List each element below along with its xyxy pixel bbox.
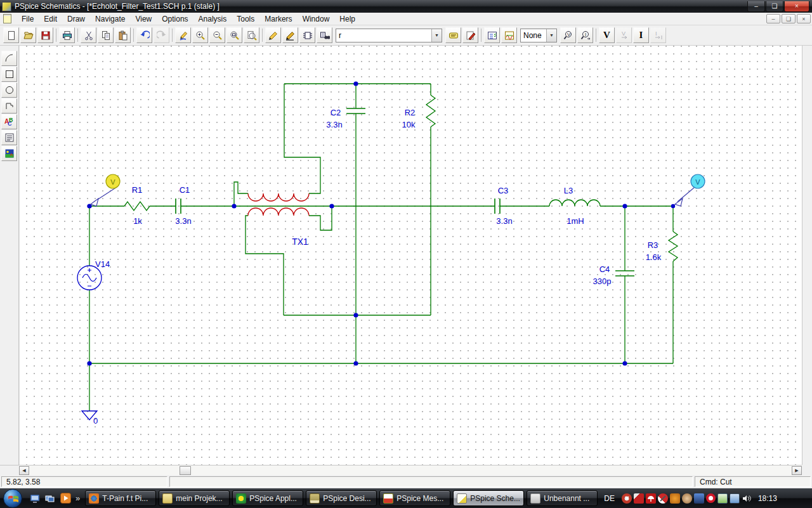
menu-window[interactable]: Window — [298, 13, 335, 25]
network-icon[interactable] — [730, 493, 740, 504]
component-R3[interactable]: R3 1.6k — [646, 231, 678, 262]
component-C1[interactable]: C1 3.3n — [175, 185, 191, 226]
schematic[interactable]: R1 1k C1 3.3n C2 3.3n R2 10k — [20, 46, 802, 465]
enable-bias-current-button[interactable]: I — [633, 27, 649, 43]
taskbar-button-pspice-message[interactable]: PSpice Mes... — [379, 490, 450, 506]
menu-help[interactable]: Help — [334, 13, 360, 25]
menu-view[interactable]: View — [130, 13, 157, 25]
security-shield-icon[interactable]: ✕ — [622, 493, 632, 504]
document-icon[interactable] — [3, 14, 11, 23]
scrollbar-thumb[interactable] — [180, 466, 191, 475]
component-C4[interactable]: C4 330p — [593, 264, 634, 286]
get-recent-part-button[interactable] — [445, 27, 461, 43]
taskbar-button-unbenannt[interactable]: Unbenannt ... — [527, 490, 598, 506]
draw-box-button[interactable] — [1, 67, 17, 82]
draw-polyline-button[interactable] — [1, 98, 17, 114]
horizontal-scrollbar[interactable]: ◀ ▶ — [19, 465, 802, 475]
orange-speaker-icon[interactable] — [670, 493, 680, 504]
schematic-canvas[interactable]: R1 1k C1 3.3n C2 3.3n R2 10k — [19, 46, 802, 465]
open-button[interactable] — [20, 27, 36, 43]
voltage-marker-button[interactable]: V — [560, 27, 576, 43]
current-marker-button[interactable]: I — [577, 27, 593, 43]
component-R1[interactable]: R1 1k — [124, 185, 150, 226]
minimize-button[interactable]: – — [747, 1, 765, 12]
menu-edit[interactable]: Edit — [39, 13, 62, 25]
save-button[interactable] — [37, 27, 53, 43]
text-box-button[interactable] — [1, 130, 17, 145]
new-button[interactable] — [3, 27, 19, 43]
mdi-restore-button[interactable]: ❏ — [782, 14, 796, 23]
hand-pointer-icon[interactable] — [682, 493, 692, 504]
voltage-marker-cyan[interactable]: V — [675, 174, 705, 206]
scroll-left-arrow[interactable]: ◀ — [19, 466, 29, 475]
insert-picture-button[interactable] — [1, 146, 17, 161]
undo-button[interactable] — [136, 27, 152, 43]
combo-dropdown-icon[interactable]: ▼ — [431, 29, 442, 42]
call-app-icon[interactable] — [658, 493, 668, 504]
part-name-combo[interactable]: r ▼ — [336, 29, 442, 42]
zoom-fit-page-button[interactable] — [244, 27, 259, 43]
setup-analysis-button[interactable] — [484, 27, 500, 43]
text-tool-button[interactable]: ABC — [1, 114, 17, 129]
volume-icon[interactable] — [742, 493, 752, 504]
plot-current-button[interactable]: I — [650, 27, 666, 43]
simulate-button[interactable] — [501, 27, 517, 43]
voltage-marker-yellow[interactable]: V — [91, 174, 120, 206]
component-C2[interactable]: C2 3.3n — [326, 108, 365, 129]
zoom-area-button[interactable] — [226, 27, 242, 43]
mdi-close-button[interactable]: × — [797, 14, 811, 23]
enable-bias-voltage-button[interactable]: V — [599, 27, 615, 43]
blue-app-icon[interactable] — [694, 493, 704, 504]
red-app-icon[interactable] — [634, 493, 644, 504]
taskbar-button-firefox[interactable]: T-Pain f.t Pi... — [85, 490, 156, 506]
component-R2[interactable]: R2 10k — [402, 95, 435, 129]
cut-button[interactable] — [81, 27, 96, 43]
combo-dropdown-icon[interactable]: ▼ — [546, 29, 556, 42]
switch-windows-icon[interactable] — [44, 492, 56, 505]
menu-markers[interactable]: Markers — [259, 13, 297, 25]
taskbar-button-pspice-application[interactable]: PSpice Appl... — [232, 490, 303, 506]
zoom-out-button[interactable] — [209, 27, 225, 43]
start-button[interactable] — [3, 489, 22, 508]
close-button[interactable]: × — [784, 1, 809, 12]
redraw-button[interactable] — [175, 27, 191, 43]
menu-tools[interactable]: Tools — [232, 13, 259, 25]
copy-button[interactable] — [98, 27, 114, 43]
draw-circle-button[interactable] — [1, 82, 17, 98]
draw-arc-button[interactable] — [1, 51, 17, 66]
component-L3[interactable]: L3 1mH — [549, 186, 600, 226]
menu-analysis[interactable]: Analysis — [193, 13, 232, 25]
menu-options[interactable]: Options — [157, 13, 193, 25]
mdi-minimize-button[interactable]: – — [766, 14, 780, 23]
wires[interactable] — [89, 84, 673, 411]
print-button[interactable] — [59, 27, 75, 43]
menu-draw[interactable]: Draw — [62, 13, 90, 25]
component-ground[interactable]: 0 — [82, 411, 98, 426]
get-new-part-button[interactable] — [317, 27, 332, 43]
draw-bus-button[interactable] — [282, 27, 298, 43]
power-plug-icon[interactable] — [717, 493, 728, 504]
taskbar-button-pspice-design[interactable]: PSpice Desi... — [306, 490, 377, 506]
menu-navigate[interactable]: Navigate — [90, 13, 130, 25]
taskbar-button-pspice-schematics[interactable]: PSpice Sche... — [453, 490, 524, 506]
restore-button[interactable]: ❏ — [766, 1, 783, 12]
component-TX1[interactable]: TX1 — [248, 193, 309, 247]
draw-block-button[interactable] — [299, 27, 315, 43]
redo-button[interactable] — [154, 27, 169, 43]
taskbar-button-mein-projekt[interactable]: mein Projek... — [159, 490, 230, 506]
menu-file[interactable]: File — [16, 13, 39, 25]
scroll-right-arrow[interactable]: ▶ — [792, 466, 802, 475]
red-ring-icon[interactable] — [706, 493, 716, 503]
taskbar-clock[interactable]: 18:13 — [758, 494, 777, 503]
component-V14[interactable]: V14 — [77, 259, 110, 290]
media-player-icon[interactable] — [59, 492, 72, 505]
avira-umbrella-icon[interactable] — [646, 493, 656, 504]
zoom-in-button[interactable] — [192, 27, 208, 43]
paste-button[interactable] — [115, 27, 131, 43]
marker-combo[interactable]: None ▼ — [520, 29, 557, 42]
plot-voltage-button[interactable]: V — [616, 27, 632, 43]
show-desktop-icon[interactable] — [29, 492, 41, 505]
quick-launch-chevron[interactable]: » — [75, 493, 80, 503]
language-indicator[interactable]: DE — [604, 494, 615, 503]
draw-wire-button[interactable] — [265, 27, 281, 43]
